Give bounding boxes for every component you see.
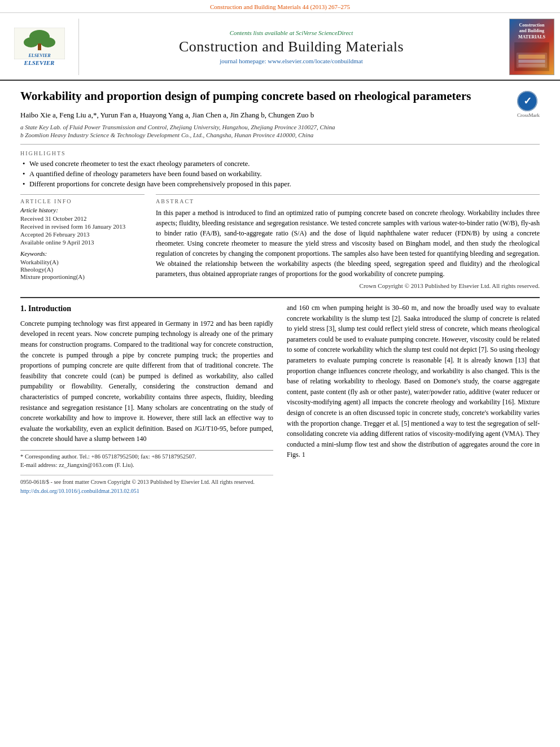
- elsevier-label: ELSEVIER: [24, 59, 55, 66]
- svg-text:✓: ✓: [523, 95, 532, 107]
- highlight-item-1: We used concrete rheometer to test the e…: [20, 160, 540, 168]
- history-received: Received 31 October 2012: [20, 215, 145, 222]
- body-left-col: 1. Introduction Concrete pumping technol…: [20, 303, 273, 495]
- affiliation-b: b Zoomlion Heavy Industry Science & Tech…: [20, 132, 540, 138]
- elsevier-logo: ELSEVIER ELSEVIER: [0, 19, 79, 75]
- affiliation-a: a State Key Lab. of Fluid Power Transmis…: [20, 124, 540, 130]
- journal-header: ELSEVIER ELSEVIER Contents lists availab…: [0, 13, 560, 81]
- corresponding-note: * Corresponding author. Tel.: +86 057187…: [20, 453, 273, 461]
- abstract-copyright: Crown Copyright © 2013 Published by Else…: [156, 282, 540, 289]
- history-revised: Received in revised form 16 January 2013: [20, 223, 145, 230]
- article-title-section: ✓ CrossMark Workability and proportion d…: [20, 89, 540, 104]
- article-info-abstract: ARTICLE INFO Article history: Received 3…: [20, 194, 540, 289]
- crossmark-label: CrossMark: [517, 112, 540, 118]
- journal-cover: Constructionand BuildingMATERIALS: [504, 19, 560, 75]
- section1-right-text: and 160 cm when pumping height is 30–60 …: [287, 303, 540, 460]
- svg-rect-8: [518, 55, 545, 59]
- issn-text: 0950-0618/$ - see front matter Crown Cop…: [20, 478, 273, 487]
- elsevier-tree-icon: ELSEVIER: [14, 28, 65, 59]
- separator-1: [20, 144, 540, 145]
- svg-point-3: [41, 37, 55, 47]
- journal-ref-text: Construction and Building Materials 44 (…: [210, 3, 350, 10]
- svg-text:ELSEVIER: ELSEVIER: [28, 53, 51, 58]
- history-accepted: Accepted 26 February 2013: [20, 231, 145, 238]
- highlight-item-3: Different proportions for concrete desig…: [20, 180, 540, 189]
- cover-title-text: Constructionand BuildingMATERIALS: [518, 23, 545, 40]
- abstract-label: ABSTRACT: [156, 198, 540, 204]
- svg-rect-9: [518, 60, 545, 63]
- article-history-label: Article history:: [20, 207, 145, 213]
- journal-ref-bar: Construction and Building Materials 44 (…: [0, 0, 560, 13]
- crossmark-badge[interactable]: ✓ CrossMark: [517, 91, 540, 118]
- keywords-label: Keywords:: [20, 250, 145, 257]
- article-info-column: ARTICLE INFO Article history: Received 3…: [20, 194, 145, 289]
- abstract-text: In this paper a method is introduced to …: [156, 208, 540, 279]
- journal-homepage: journal homepage: www.elsevier.com/locat…: [220, 58, 362, 64]
- journal-cover-image: Constructionand BuildingMATERIALS: [509, 19, 554, 75]
- journal-header-center: Contents lists available at SciVerse Sci…: [79, 19, 504, 75]
- footnote-section: * Corresponding author. Tel.: +86 057187…: [20, 450, 273, 469]
- keyword-1: Workability(A): [20, 259, 145, 265]
- svg-rect-10: [518, 64, 545, 67]
- article-title: Workability and proportion design of pum…: [20, 89, 540, 104]
- body-separator: [20, 297, 540, 298]
- crossmark-icon: ✓: [517, 91, 537, 111]
- history-online: Available online 9 April 2013: [20, 239, 145, 246]
- abstract-column: ABSTRACT In this paper a method is intro…: [156, 194, 540, 289]
- bottom-bar: 0950-0618/$ - see front matter Crown Cop…: [20, 475, 273, 495]
- doi-link[interactable]: http://dx.doi.org/10.1016/j.conbuildmat.…: [20, 487, 273, 496]
- body-right-col: and 160 cm when pumping height is 30–60 …: [287, 303, 540, 495]
- highlights-section: HIGHLIGHTS We used concrete rheometer to…: [20, 150, 540, 189]
- svg-rect-4: [38, 43, 41, 50]
- section1-left-text: Concrete pumping technology was first ap…: [20, 318, 273, 444]
- keyword-3: Mixture proportioning(A): [20, 273, 145, 280]
- highlights-label: HIGHLIGHTS: [20, 150, 540, 156]
- keyword-2: Rheology(A): [20, 266, 145, 273]
- highlight-item-2: A quantified define of rheology paramete…: [20, 170, 540, 178]
- cover-graphic: [513, 42, 551, 71]
- authors-line: Haibo Xie a, Feng Liu a,*, Yurun Fan a, …: [20, 110, 540, 121]
- svg-point-2: [24, 37, 38, 47]
- journal-title: Construction and Building Materials: [179, 38, 404, 55]
- section1-title: 1. Introduction: [20, 303, 273, 315]
- email-note: E-mail address: zz_Jiangxin@163.com (F. …: [20, 461, 273, 470]
- sciverse-link: Contents lists available at SciVerse Sci…: [230, 29, 353, 36]
- article-info-label: ARTICLE INFO: [20, 198, 145, 204]
- body-content: 1. Introduction Concrete pumping technol…: [20, 303, 540, 495]
- main-content: ✓ CrossMark Workability and proportion d…: [0, 81, 560, 501]
